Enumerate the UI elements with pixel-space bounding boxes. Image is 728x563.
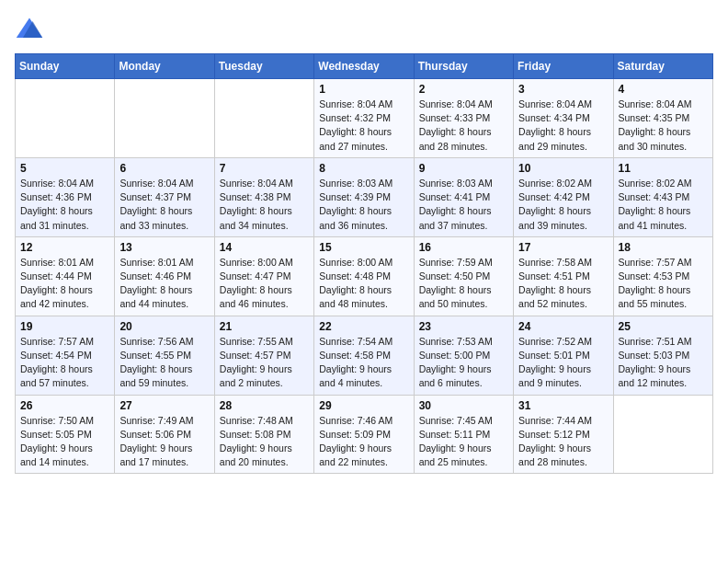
calendar-cell: 20Sunrise: 7:56 AMSunset: 4:55 PMDayligh… (115, 316, 214, 395)
calendar-cell: 16Sunrise: 7:59 AMSunset: 4:50 PMDayligh… (414, 236, 513, 316)
calendar-cell (214, 79, 313, 158)
day-info: Sunrise: 7:44 AMSunset: 5:12 PMDaylight:… (518, 414, 608, 470)
calendar-cell: 5Sunrise: 8:04 AMSunset: 4:36 PMDaylight… (16, 157, 115, 236)
calendar-cell: 1Sunrise: 8:04 AMSunset: 4:32 PMDaylight… (314, 79, 414, 158)
day-info: Sunrise: 7:57 AMSunset: 4:53 PMDaylight:… (619, 256, 708, 312)
weekday-header: Saturday (613, 54, 712, 79)
day-number: 9 (419, 162, 508, 175)
calendar-cell: 19Sunrise: 7:57 AMSunset: 4:54 PMDayligh… (16, 316, 115, 395)
day-number: 4 (619, 83, 708, 96)
calendar-cell: 8Sunrise: 8:03 AMSunset: 4:39 PMDaylight… (314, 157, 414, 236)
calendar-header-row: SundayMondayTuesdayWednesdayThursdayFrid… (16, 54, 713, 79)
day-info: Sunrise: 7:52 AMSunset: 5:01 PMDaylight:… (518, 335, 608, 391)
day-info: Sunrise: 8:02 AMSunset: 4:43 PMDaylight:… (619, 177, 708, 233)
day-info: Sunrise: 8:03 AMSunset: 4:41 PMDaylight:… (419, 177, 508, 233)
day-info: Sunrise: 7:45 AMSunset: 5:11 PMDaylight:… (419, 414, 508, 470)
calendar-cell: 4Sunrise: 8:04 AMSunset: 4:35 PMDaylight… (613, 79, 712, 158)
day-number: 28 (220, 399, 309, 412)
calendar-cell: 31Sunrise: 7:44 AMSunset: 5:12 PMDayligh… (514, 395, 613, 474)
calendar-cell: 10Sunrise: 8:02 AMSunset: 4:42 PMDayligh… (514, 157, 613, 236)
day-info: Sunrise: 7:57 AMSunset: 4:54 PMDaylight:… (20, 335, 109, 391)
day-info: Sunrise: 8:00 AMSunset: 4:48 PMDaylight:… (319, 256, 408, 312)
calendar-week-row: 19Sunrise: 7:57 AMSunset: 4:54 PMDayligh… (16, 316, 713, 395)
day-info: Sunrise: 7:55 AMSunset: 4:57 PMDaylight:… (220, 335, 309, 391)
weekday-header: Sunday (16, 54, 115, 79)
day-info: Sunrise: 8:04 AMSunset: 4:36 PMDaylight:… (20, 177, 109, 233)
weekday-header: Thursday (414, 54, 513, 79)
calendar-cell: 14Sunrise: 8:00 AMSunset: 4:47 PMDayligh… (214, 236, 313, 316)
day-number: 23 (419, 320, 508, 333)
calendar-cell: 15Sunrise: 8:00 AMSunset: 4:48 PMDayligh… (314, 236, 414, 316)
calendar-cell: 25Sunrise: 7:51 AMSunset: 5:03 PMDayligh… (613, 316, 712, 395)
day-number: 11 (619, 162, 708, 175)
day-info: Sunrise: 8:04 AMSunset: 4:37 PMDaylight:… (119, 177, 209, 233)
day-number: 27 (119, 399, 209, 412)
calendar-cell: 24Sunrise: 7:52 AMSunset: 5:01 PMDayligh… (514, 316, 613, 395)
calendar-cell: 22Sunrise: 7:54 AMSunset: 4:58 PMDayligh… (314, 316, 414, 395)
calendar-cell: 3Sunrise: 8:04 AMSunset: 4:34 PMDaylight… (514, 79, 613, 158)
weekday-header: Monday (115, 54, 214, 79)
day-number: 6 (119, 162, 209, 175)
calendar-cell: 21Sunrise: 7:55 AMSunset: 4:57 PMDayligh… (214, 316, 313, 395)
calendar-cell (613, 395, 712, 474)
day-number: 14 (220, 241, 309, 254)
day-number: 21 (220, 320, 309, 333)
calendar-cell: 12Sunrise: 8:01 AMSunset: 4:44 PMDayligh… (16, 236, 115, 316)
logo-icon (15, 15, 44, 44)
day-number: 26 (20, 399, 109, 412)
calendar-week-row: 1Sunrise: 8:04 AMSunset: 4:32 PMDaylight… (16, 79, 713, 158)
day-info: Sunrise: 8:01 AMSunset: 4:44 PMDaylight:… (20, 256, 109, 312)
day-number: 1 (319, 83, 408, 96)
day-info: Sunrise: 7:53 AMSunset: 5:00 PMDaylight:… (419, 335, 508, 391)
day-info: Sunrise: 8:00 AMSunset: 4:47 PMDaylight:… (220, 256, 309, 312)
calendar-cell: 26Sunrise: 7:50 AMSunset: 5:05 PMDayligh… (16, 395, 115, 474)
calendar-cell: 28Sunrise: 7:48 AMSunset: 5:08 PMDayligh… (214, 395, 313, 474)
calendar-cell: 13Sunrise: 8:01 AMSunset: 4:46 PMDayligh… (115, 236, 214, 316)
calendar-cell: 11Sunrise: 8:02 AMSunset: 4:43 PMDayligh… (613, 157, 712, 236)
calendar-week-row: 12Sunrise: 8:01 AMSunset: 4:44 PMDayligh… (16, 236, 713, 316)
day-number: 17 (518, 241, 608, 254)
weekday-header: Tuesday (214, 54, 313, 79)
day-info: Sunrise: 8:04 AMSunset: 4:32 PMDaylight:… (319, 98, 408, 154)
day-number: 8 (319, 162, 408, 175)
day-info: Sunrise: 8:01 AMSunset: 4:46 PMDaylight:… (119, 256, 209, 312)
calendar-table: SundayMondayTuesdayWednesdayThursdayFrid… (15, 53, 713, 474)
day-number: 18 (619, 241, 708, 254)
day-number: 10 (518, 162, 608, 175)
day-info: Sunrise: 8:03 AMSunset: 4:39 PMDaylight:… (319, 177, 408, 233)
day-number: 25 (619, 320, 708, 333)
weekday-header: Wednesday (314, 54, 414, 79)
day-info: Sunrise: 7:50 AMSunset: 5:05 PMDaylight:… (20, 414, 109, 470)
calendar-cell: 17Sunrise: 7:58 AMSunset: 4:51 PMDayligh… (514, 236, 613, 316)
weekday-header: Friday (514, 54, 613, 79)
day-info: Sunrise: 7:46 AMSunset: 5:09 PMDaylight:… (319, 414, 408, 470)
day-info: Sunrise: 8:04 AMSunset: 4:35 PMDaylight:… (619, 98, 708, 154)
calendar-cell: 29Sunrise: 7:46 AMSunset: 5:09 PMDayligh… (314, 395, 414, 474)
day-number: 7 (220, 162, 309, 175)
day-number: 12 (20, 241, 109, 254)
day-info: Sunrise: 7:48 AMSunset: 5:08 PMDaylight:… (220, 414, 309, 470)
day-info: Sunrise: 7:54 AMSunset: 4:58 PMDaylight:… (319, 335, 408, 391)
day-number: 13 (119, 241, 209, 254)
calendar-week-row: 5Sunrise: 8:04 AMSunset: 4:36 PMDaylight… (16, 157, 713, 236)
calendar-cell: 7Sunrise: 8:04 AMSunset: 4:38 PMDaylight… (214, 157, 313, 236)
day-info: Sunrise: 7:51 AMSunset: 5:03 PMDaylight:… (619, 335, 708, 391)
day-info: Sunrise: 7:49 AMSunset: 5:06 PMDaylight:… (119, 414, 209, 470)
day-info: Sunrise: 7:56 AMSunset: 4:55 PMDaylight:… (119, 335, 209, 391)
day-number: 31 (518, 399, 608, 412)
page-header (15, 15, 713, 44)
day-number: 19 (20, 320, 109, 333)
day-number: 22 (319, 320, 408, 333)
calendar-cell (16, 79, 115, 158)
calendar-cell: 6Sunrise: 8:04 AMSunset: 4:37 PMDaylight… (115, 157, 214, 236)
day-number: 29 (319, 399, 408, 412)
day-number: 3 (518, 83, 608, 96)
calendar-cell: 18Sunrise: 7:57 AMSunset: 4:53 PMDayligh… (613, 236, 712, 316)
day-number: 16 (419, 241, 508, 254)
day-number: 24 (518, 320, 608, 333)
calendar-cell: 9Sunrise: 8:03 AMSunset: 4:41 PMDaylight… (414, 157, 513, 236)
day-info: Sunrise: 7:59 AMSunset: 4:50 PMDaylight:… (419, 256, 508, 312)
calendar-week-row: 26Sunrise: 7:50 AMSunset: 5:05 PMDayligh… (16, 395, 713, 474)
day-number: 30 (419, 399, 508, 412)
day-number: 2 (419, 83, 508, 96)
